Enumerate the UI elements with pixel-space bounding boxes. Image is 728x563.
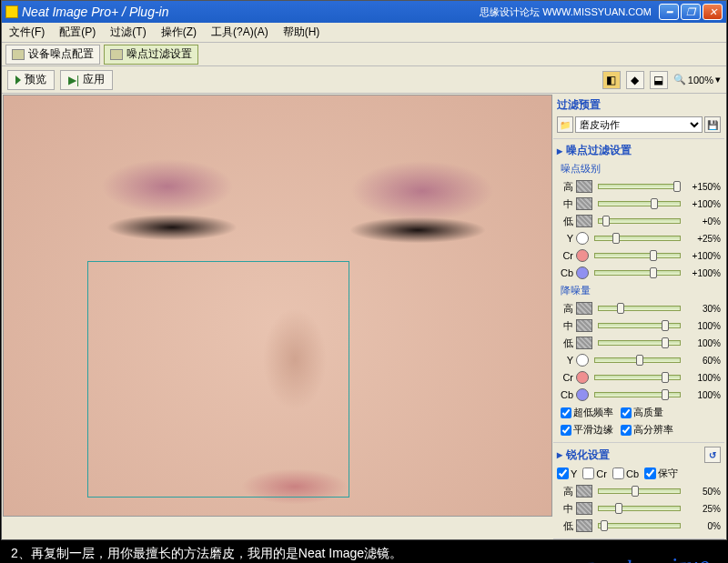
check-highres[interactable]: 高分辨率 bbox=[621, 423, 673, 437]
slider-thumb-icon bbox=[576, 337, 592, 349]
slider-handle[interactable] bbox=[650, 250, 657, 261]
slider-value: +100% bbox=[686, 199, 721, 209]
minimize-button[interactable]: ━ bbox=[659, 4, 679, 20]
noise-level-title: 噪点级别 bbox=[557, 160, 721, 177]
noise-level-row-0: 高+150% bbox=[557, 178, 721, 195]
window-title: Neat Image Pro+ / Plug-in bbox=[22, 5, 168, 19]
preset-open-button[interactable]: 📁 bbox=[557, 116, 573, 133]
menu-filter[interactable]: 过滤(T) bbox=[103, 25, 153, 40]
noise-reduce-title: 降噪量 bbox=[557, 282, 721, 299]
slider-thumb-icon bbox=[576, 388, 589, 401]
slider-track[interactable] bbox=[594, 392, 681, 397]
play-icon bbox=[15, 75, 21, 85]
preset-save-button[interactable]: 💾 bbox=[704, 116, 721, 133]
slider-track[interactable] bbox=[598, 323, 681, 328]
tab-filter-settings[interactable]: 噪点过滤设置 bbox=[104, 45, 198, 65]
slider-thumb-icon bbox=[576, 502, 592, 515]
slider-label: 低 bbox=[557, 337, 573, 350]
slider-label: 低 bbox=[557, 215, 573, 228]
check-ultralow[interactable]: 超低频率 bbox=[561, 406, 613, 419]
image-preview-pane[interactable] bbox=[2, 94, 553, 518]
menu-file[interactable]: 文件(F) bbox=[2, 25, 52, 40]
noise-reduce-row-2: 低100% bbox=[557, 335, 721, 351]
slider-track[interactable] bbox=[598, 523, 681, 528]
slider-track[interactable] bbox=[598, 340, 681, 346]
sharpen-cb-check[interactable]: Cb bbox=[612, 467, 639, 479]
sharpen-conserv-check[interactable]: 保守 bbox=[644, 467, 678, 480]
slider-handle[interactable] bbox=[602, 216, 610, 226]
slider-label: Y bbox=[557, 355, 573, 366]
noise-reduce-row-1: 中100% bbox=[557, 317, 721, 334]
slider-track[interactable] bbox=[598, 184, 681, 189]
tabbar: 设备噪点配置 噪点过滤设置 bbox=[2, 43, 726, 66]
slider-handle[interactable] bbox=[601, 520, 608, 531]
menu-help[interactable]: 帮助(H) bbox=[276, 25, 328, 40]
slider-thumb-icon bbox=[576, 215, 592, 227]
slider-value: +150% bbox=[686, 182, 721, 192]
slider-track[interactable] bbox=[598, 218, 681, 224]
preview-button[interactable]: 预览 bbox=[7, 70, 55, 90]
sharpen-reset-button[interactable]: ↺ bbox=[704, 447, 721, 463]
sharpen-cr-check[interactable]: Cr bbox=[582, 467, 607, 479]
slider-label: 高 bbox=[557, 302, 573, 316]
slider-thumb-icon bbox=[576, 319, 592, 332]
noise-filter-title: ▸噪点过滤设置 bbox=[557, 141, 721, 160]
noise-level-row-3: Y+25% bbox=[557, 230, 721, 246]
slider-value: 25% bbox=[686, 504, 721, 514]
toggle-icon-2[interactable]: ◆ bbox=[626, 71, 644, 89]
toolbar: 预览 ▶|应用 ◧ ◆ ⬓ 🔍 100% ▾ bbox=[2, 66, 726, 94]
slider-track[interactable] bbox=[594, 375, 681, 380]
selection-rectangle[interactable] bbox=[87, 261, 349, 498]
slider-label: 高 bbox=[557, 180, 573, 194]
maximize-button[interactable]: ❐ bbox=[681, 4, 701, 20]
camera-icon bbox=[12, 49, 25, 60]
zoom-control[interactable]: 🔍 100% ▾ bbox=[673, 74, 721, 85]
slider-track[interactable] bbox=[598, 201, 681, 206]
menu-action[interactable]: 操作(Z) bbox=[154, 25, 204, 40]
slider-handle[interactable] bbox=[650, 267, 657, 278]
slider-thumb-icon bbox=[576, 371, 589, 384]
close-button[interactable]: ✕ bbox=[703, 4, 723, 20]
menu-tools[interactable]: 工具(?A)(A) bbox=[204, 25, 276, 40]
preview-image bbox=[3, 95, 552, 517]
slider-handle[interactable] bbox=[651, 198, 658, 209]
toggle-icon-1[interactable]: ◧ bbox=[602, 71, 621, 89]
noise-level-row-4: Cr+100% bbox=[557, 247, 721, 264]
slider-handle[interactable] bbox=[636, 355, 643, 366]
tab-device-profile[interactable]: 设备噪点配置 bbox=[5, 45, 100, 65]
slider-thumb-icon bbox=[576, 232, 589, 245]
slider-track[interactable] bbox=[594, 357, 681, 363]
sharpen-y-check[interactable]: Y bbox=[557, 467, 577, 479]
menu-config[interactable]: 配置(P) bbox=[52, 25, 103, 40]
sharpen-row-2: 低0% bbox=[557, 518, 721, 534]
slider-handle[interactable] bbox=[662, 320, 669, 331]
slider-handle[interactable] bbox=[662, 372, 669, 383]
slider-handle[interactable] bbox=[612, 233, 620, 244]
slider-handle[interactable] bbox=[662, 389, 669, 400]
titlebar: Neat Image Pro+ / Plug-in 思缘设计论坛 WWW.MIS… bbox=[2, 1, 726, 23]
slider-handle[interactable] bbox=[615, 503, 622, 514]
slider-value: 50% bbox=[686, 487, 721, 497]
check-highquality[interactable]: 高质量 bbox=[621, 406, 663, 419]
preset-select[interactable]: 磨皮动作 bbox=[575, 116, 703, 133]
slider-handle[interactable] bbox=[617, 303, 624, 314]
toggle-icon-3[interactable]: ⬓ bbox=[650, 71, 668, 89]
apply-button[interactable]: ▶|应用 bbox=[60, 70, 113, 90]
slider-label: Cr bbox=[557, 372, 573, 383]
slider-handle[interactable] bbox=[673, 181, 681, 192]
slider-value: +100% bbox=[686, 251, 721, 261]
side-panel: 过滤预置 📁 磨皮动作 💾 ▸噪点过滤设置 噪点级别 高+150%中+100%低… bbox=[553, 94, 724, 539]
slider-track[interactable] bbox=[598, 506, 681, 511]
slider-handle[interactable] bbox=[632, 486, 639, 497]
slider-track[interactable] bbox=[594, 253, 681, 258]
caption-bar: 2、再复制一层，用你最擅长的方法磨皮，我用的是Neat Image滤镜。 Huo… bbox=[0, 540, 728, 563]
slider-label: 低 bbox=[557, 519, 573, 533]
slider-track[interactable] bbox=[598, 488, 681, 494]
check-smoothedge[interactable]: 平滑边缘 bbox=[561, 423, 613, 437]
slider-track[interactable] bbox=[594, 236, 681, 241]
slider-thumb-icon bbox=[576, 485, 592, 498]
slider-handle[interactable] bbox=[662, 337, 669, 348]
slider-track[interactable] bbox=[594, 270, 681, 276]
menubar: 文件(F) 配置(P) 过滤(T) 操作(Z) 工具(?A)(A) 帮助(H) bbox=[2, 23, 726, 43]
slider-track[interactable] bbox=[598, 306, 681, 311]
